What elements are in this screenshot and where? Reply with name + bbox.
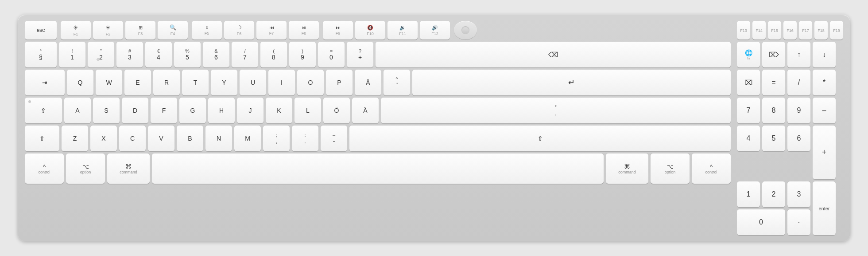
- key-f19[interactable]: F19: [830, 21, 843, 39]
- key-d[interactable]: D: [122, 98, 148, 123]
- key-f4[interactable]: 🔍 F4: [158, 21, 188, 39]
- key-c[interactable]: C: [119, 126, 146, 151]
- key-control-right[interactable]: ^ control: [692, 154, 731, 184]
- key-numpad-7[interactable]: 7: [737, 98, 760, 123]
- key-f7[interactable]: ⏮ F7: [256, 21, 287, 39]
- key-f[interactable]: F: [151, 98, 177, 123]
- key-j[interactable]: J: [237, 98, 264, 123]
- key-b[interactable]: B: [177, 126, 203, 151]
- key-shift-right[interactable]: ⇧: [349, 126, 731, 151]
- key-numpad-6[interactable]: 6: [787, 126, 810, 151]
- key-numpad-4[interactable]: 4: [737, 126, 760, 151]
- key-e[interactable]: E: [124, 70, 151, 95]
- key-numpad-plus[interactable]: +: [813, 126, 836, 179]
- key-numpad-2[interactable]: 2: [762, 181, 785, 207]
- key-v[interactable]: V: [148, 126, 174, 151]
- key-numpad-dot[interactable]: ·: [787, 209, 810, 235]
- key-a[interactable]: A: [64, 98, 91, 123]
- key-3[interactable]: # 3: [116, 42, 143, 67]
- key-numpad-8[interactable]: 8: [762, 98, 785, 123]
- key-f3[interactable]: ⊞ F3: [125, 21, 155, 39]
- key-option-left[interactable]: ⌥ option: [66, 154, 105, 184]
- key-plus[interactable]: ? +: [347, 42, 373, 67]
- key-o[interactable]: O: [297, 70, 324, 95]
- key-esc[interactable]: esc: [25, 21, 57, 39]
- key-f11[interactable]: 🔉 F11: [388, 21, 418, 39]
- key-i[interactable]: I: [268, 70, 295, 95]
- key-f17[interactable]: F17: [799, 21, 812, 39]
- key-shift-left[interactable]: ⇧: [25, 126, 59, 151]
- key-r[interactable]: R: [153, 70, 180, 95]
- key-power[interactable]: [454, 21, 477, 39]
- key-t[interactable]: T: [182, 70, 209, 95]
- key-5[interactable]: % 5: [174, 42, 201, 67]
- key-oe[interactable]: Ö: [323, 98, 350, 123]
- key-n[interactable]: N: [205, 126, 232, 151]
- key-f8[interactable]: ⏯ F8: [289, 21, 319, 39]
- key-dash[interactable]: – -: [321, 126, 347, 151]
- key-hash[interactable]: * ‚: [381, 98, 731, 123]
- key-l[interactable]: L: [294, 98, 321, 123]
- key-caps[interactable]: ⇪: [25, 98, 62, 123]
- key-g[interactable]: G: [179, 98, 206, 123]
- key-period[interactable]: : .: [292, 126, 318, 151]
- key-numpad-clear[interactable]: ⌧: [737, 70, 760, 95]
- key-y[interactable]: Y: [211, 70, 237, 95]
- key-f16[interactable]: F16: [783, 21, 797, 39]
- key-numpad-equals[interactable]: =: [762, 70, 785, 95]
- key-numpad-arrow-left[interactable]: ⌦: [762, 42, 785, 67]
- key-backspace[interactable]: ⌫: [376, 42, 731, 67]
- key-z[interactable]: Z: [62, 126, 88, 151]
- key-numpad-0[interactable]: 0: [737, 209, 785, 235]
- key-x[interactable]: X: [90, 126, 117, 151]
- key-1[interactable]: ! 1: [59, 42, 85, 67]
- key-p[interactable]: P: [326, 70, 353, 95]
- key-tab[interactable]: ⇥: [25, 70, 65, 95]
- key-f12[interactable]: 🔊 F12: [420, 21, 450, 39]
- key-command-right[interactable]: ⌘ command: [606, 154, 648, 184]
- key-numpad-page-down[interactable]: ↓: [813, 42, 836, 67]
- key-f2[interactable]: ☀ F2: [93, 21, 123, 39]
- key-control-left[interactable]: ^ control: [25, 154, 64, 184]
- key-f15[interactable]: F15: [768, 21, 781, 39]
- key-9[interactable]: ) 9: [289, 42, 316, 67]
- key-numpad-divide[interactable]: /: [787, 70, 810, 95]
- key-u[interactable]: U: [240, 70, 266, 95]
- key-f9[interactable]: ⏭ F9: [323, 21, 353, 39]
- key-command-left[interactable]: ⌘ command: [107, 154, 150, 184]
- key-f1[interactable]: ☀ F1: [61, 21, 91, 39]
- key-umlaut[interactable]: ^ ¨: [384, 70, 410, 95]
- key-f14[interactable]: F14: [752, 21, 766, 39]
- key-f6[interactable]: ☽ F6: [224, 21, 254, 39]
- key-globe-fn[interactable]: 🌐 fn: [737, 42, 760, 67]
- key-0[interactable]: = 0: [318, 42, 345, 67]
- key-2[interactable]: " 2 @: [88, 42, 114, 67]
- key-numpad-5[interactable]: 5: [762, 126, 785, 151]
- key-section[interactable]: ° §: [25, 42, 57, 67]
- key-space[interactable]: [152, 154, 604, 184]
- key-numpad-minus[interactable]: –: [813, 98, 836, 123]
- key-k[interactable]: K: [266, 98, 292, 123]
- key-q[interactable]: Q: [67, 70, 93, 95]
- key-4[interactable]: € 4: [145, 42, 172, 67]
- key-return[interactable]: ↵: [412, 70, 731, 95]
- key-comma[interactable]: ; ,: [263, 126, 290, 151]
- key-m[interactable]: M: [234, 126, 261, 151]
- key-f10[interactable]: 🔇 F10: [355, 21, 385, 39]
- key-numpad-3[interactable]: 3: [787, 181, 810, 207]
- key-numpad-9[interactable]: 9: [787, 98, 810, 123]
- key-f13[interactable]: F13: [737, 21, 750, 39]
- key-7[interactable]: / 7: [232, 42, 258, 67]
- key-ae[interactable]: Ä: [352, 98, 379, 123]
- key-numpad-1[interactable]: 1: [737, 181, 760, 207]
- key-s[interactable]: S: [93, 98, 120, 123]
- key-8[interactable]: ( 8: [260, 42, 287, 67]
- key-h[interactable]: H: [208, 98, 235, 123]
- key-numpad-page-up[interactable]: ↑: [787, 42, 810, 67]
- key-numpad-multiply[interactable]: *: [813, 70, 836, 95]
- key-numpad-enter[interactable]: enter: [813, 181, 836, 235]
- key-f5[interactable]: 🎙 F5: [192, 21, 222, 39]
- key-f18[interactable]: F18: [814, 21, 828, 39]
- key-aa[interactable]: Å: [355, 70, 381, 95]
- key-w[interactable]: W: [96, 70, 122, 95]
